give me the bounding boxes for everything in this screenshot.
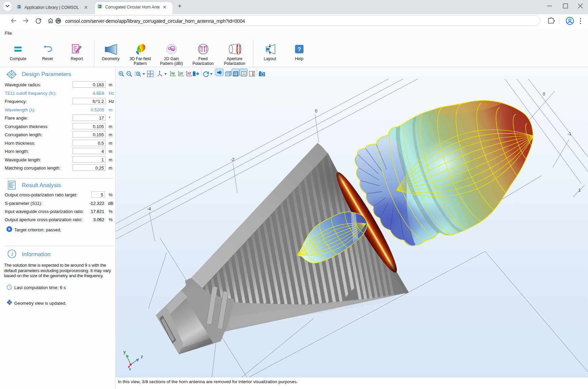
svg-text:x: x [129,367,131,371]
svg-text:xy: xy [171,71,175,75]
svg-text:-4: -4 [147,206,151,211]
svg-text:1: 1 [578,188,581,193]
svg-text:y: y [124,349,126,354]
svg-text:-2: -2 [231,157,235,162]
svg-text:z: z [141,354,143,359]
svg-text:yz: yz [180,71,183,75]
svg-text:i: i [11,251,13,257]
svg-text:?: ? [297,46,301,53]
svg-text:0: 0 [315,108,317,113]
svg-text:0: 0 [543,91,545,96]
svg-text:-1: -1 [567,131,571,136]
svg-text:xz: xz [188,71,191,75]
svg-text:i: i [9,285,10,289]
